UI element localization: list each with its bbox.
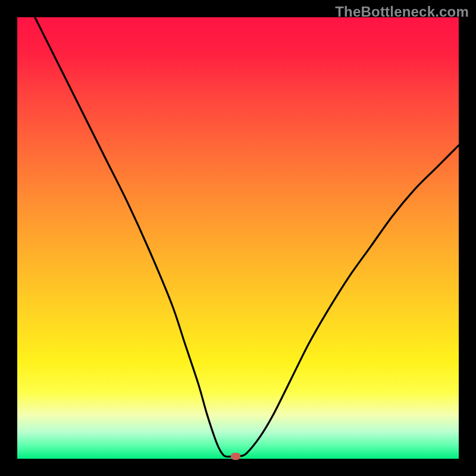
watermark-text: TheBottleneck.com bbox=[335, 4, 469, 20]
plot-area bbox=[17, 17, 459, 459]
bottleneck-curve bbox=[17, 17, 459, 459]
chart-frame: TheBottleneck.com bbox=[0, 0, 476, 476]
minimum-marker bbox=[231, 453, 240, 460]
